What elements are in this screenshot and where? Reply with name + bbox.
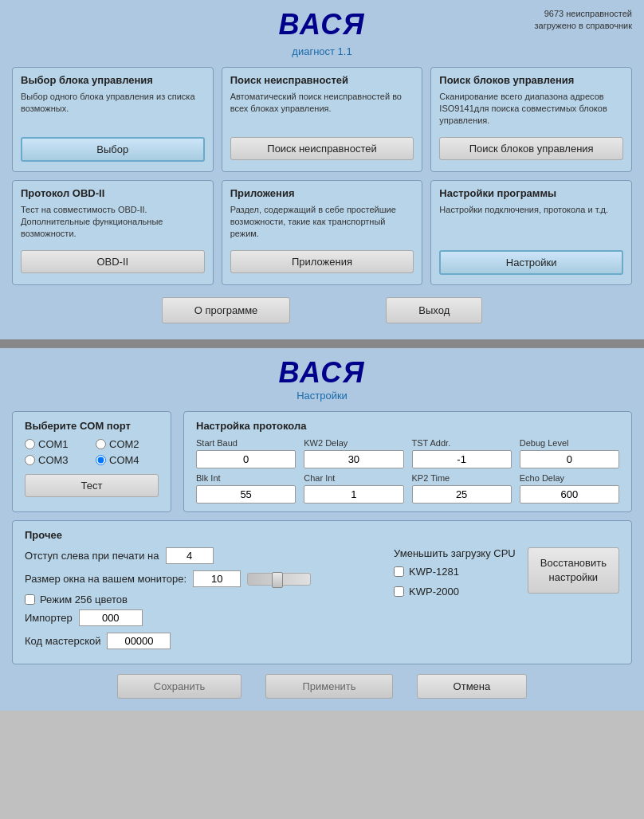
blk-int-input[interactable]: [196, 485, 296, 504]
cpu-label: Уменьшить загрузку CPU: [394, 547, 516, 559]
card-prilojeniya-title: Приложения: [230, 187, 414, 199]
prilojeniya-button[interactable]: Приложения: [230, 250, 414, 273]
card-poisk-neisprav-desc: Автоматический поиск неисправностей во в…: [230, 91, 414, 129]
start-baud-input[interactable]: [196, 450, 296, 468]
cards-grid: Выбор блока управления Выбор одного блок…: [12, 67, 632, 285]
restore-button[interactable]: Восстановитьнастройки: [528, 547, 619, 594]
importer-input[interactable]: [79, 609, 143, 626]
card-nastroyki-desc: Настройки подключения, протокола и т.д.: [439, 204, 623, 242]
separator: [0, 342, 644, 348]
card-nastroyki: Настройки программы Настройки подключени…: [430, 180, 632, 285]
master-code-row: Код мастерской: [25, 633, 382, 649]
debug-level-input[interactable]: [520, 450, 619, 468]
blk-int-field: Blk Int: [196, 473, 296, 504]
kp2-time-field: KP2 Time: [412, 473, 512, 504]
kwp2000-row: KWP-2000: [394, 586, 516, 598]
cancel-button[interactable]: Отмена: [417, 674, 528, 699]
poisk-blokov-button[interactable]: Поиск блоков управления: [439, 137, 623, 160]
kp2-time-input[interactable]: [412, 485, 512, 504]
card-poisk-neisprav-title: Поиск неисправностей: [230, 74, 414, 86]
tst-addr-label: TST Addr.: [412, 438, 512, 448]
master-code-label: Код мастерской: [25, 635, 100, 647]
com1-radio[interactable]: [25, 439, 35, 449]
card-vybor: Выбор блока управления Выбор одного блок…: [12, 67, 214, 172]
com4-radio[interactable]: [96, 455, 106, 465]
debug-level-field: Debug Level: [520, 438, 619, 468]
settings-title: ВАСЯ: [12, 356, 632, 390]
top-panel: ВАСЯ 9673 неисправностей загружено в спр…: [0, 0, 644, 342]
poisk-neisprav-button[interactable]: Поиск неисправностей: [230, 137, 414, 160]
misc-right: Уменьшить загрузку CPU KWP-1281 KWP-2000…: [394, 547, 619, 656]
left-indent-input[interactable]: [166, 547, 214, 564]
card-poisk-neisprav: Поиск неисправностей Автоматический поис…: [222, 67, 423, 172]
kwp2000-label: KWP-2000: [409, 586, 459, 598]
vybor-button[interactable]: Выбор: [21, 137, 205, 162]
com-section-label: Выберите COM порт: [25, 420, 159, 432]
card-obd2: Протокол OBD-II Тест на совместимость OB…: [12, 180, 214, 285]
echo-delay-input[interactable]: [520, 485, 619, 504]
char-int-field: Char Int: [304, 473, 403, 504]
misc-section-label: Прочее: [25, 529, 619, 541]
settings-panel: ВАСЯ Настройки Выберите COM порт COM1 CO…: [0, 348, 644, 711]
info-line2: загружено в справочник: [535, 21, 632, 30]
blk-int-label: Blk Int: [196, 473, 296, 483]
kwp1281-checkbox[interactable]: [394, 566, 404, 577]
exit-button[interactable]: Выход: [386, 297, 482, 323]
card-poisk-blokov-title: Поиск блоков управления: [439, 74, 623, 86]
obd2-button[interactable]: OBD-II: [21, 250, 205, 273]
test-button[interactable]: Тест: [25, 474, 159, 497]
debug-level-label: Debug Level: [520, 438, 619, 448]
char-int-input[interactable]: [304, 485, 403, 504]
com3-radio[interactable]: [25, 455, 35, 465]
save-button[interactable]: Сохранить: [117, 674, 242, 699]
card-vybor-desc: Выбор одного блока управления из списка …: [21, 91, 205, 129]
card-poisk-blokov-desc: Сканирование всего диапазона адресов ISO…: [439, 91, 623, 129]
card-poisk-blokov: Поиск блоков управления Сканирование все…: [430, 67, 632, 172]
misc-inner: Отступ слева при печати на Размер окна н…: [25, 547, 619, 656]
misc-left: Отступ слева при печати на Размер окна н…: [25, 547, 382, 656]
left-indent-row: Отступ слева при печати на: [25, 547, 382, 564]
com2-radio[interactable]: [96, 439, 106, 449]
start-baud-label: Start Baud: [196, 438, 296, 448]
kwp1281-label: KWP-1281: [409, 566, 459, 578]
nastroyki-button[interactable]: Настройки: [439, 250, 623, 275]
card-prilojeniya: Приложения Раздел, содержащий в себе про…: [222, 180, 423, 285]
com1-radio-label[interactable]: COM1: [25, 438, 88, 450]
com-port-section: Выберите COM порт COM1 COM2 COM3 COM4 Те…: [12, 411, 171, 512]
color256-label: Режим 256 цветов: [40, 594, 128, 605]
com4-radio-label[interactable]: COM4: [96, 454, 159, 466]
top-info: 9673 неисправностей загружено в справочн…: [535, 8, 632, 33]
card-prilojeniya-desc: Раздел, содержащий в себе простейшие воз…: [230, 204, 414, 242]
com2-radio-label[interactable]: COM2: [96, 438, 159, 450]
com3-radio-label[interactable]: COM3: [25, 454, 88, 466]
tst-addr-input[interactable]: [412, 450, 512, 468]
kwp1281-row: KWP-1281: [394, 566, 516, 578]
screen-size-input[interactable]: [193, 570, 241, 587]
kp2-time-label: KP2 Time: [412, 473, 512, 483]
apply-button[interactable]: Применить: [265, 674, 392, 699]
top-header: ВАСЯ 9673 неисправностей загружено в спр…: [12, 8, 632, 41]
settings-footer: Сохранить Применить Отмена: [12, 674, 632, 699]
settings-subtitle: Настройки: [12, 390, 632, 402]
kwp2000-checkbox[interactable]: [394, 586, 404, 597]
info-line1: 9673 неисправностей: [544, 9, 632, 18]
echo-delay-label: Echo Delay: [520, 473, 619, 483]
protocol-section: Настройка протокола Start Baud KW2 Delay…: [183, 411, 632, 512]
color256-checkbox[interactable]: [25, 594, 35, 605]
settings-header: ВАСЯ Настройки: [12, 356, 632, 402]
cpu-section: Уменьшить загрузку CPU KWP-1281 KWP-2000: [394, 547, 516, 656]
slider-thumb: [272, 572, 283, 588]
kw2-delay-field: KW2 Delay: [304, 438, 403, 468]
misc-section: Прочее Отступ слева при печати на Размер…: [12, 520, 632, 664]
screen-size-label: Размер окна на вашем мониторе:: [25, 573, 187, 585]
master-code-input[interactable]: [107, 633, 171, 649]
kw2-delay-label: KW2 Delay: [304, 438, 403, 448]
about-button[interactable]: О программе: [162, 297, 291, 323]
start-baud-field: Start Baud: [196, 438, 296, 468]
char-int-label: Char Int: [304, 473, 403, 483]
importer-label: Импортер: [25, 612, 73, 624]
screen-size-slider[interactable]: [247, 573, 311, 586]
kw2-delay-input[interactable]: [304, 450, 403, 468]
screen-size-row: Размер окна на вашем мониторе:: [25, 570, 382, 587]
importer-row: Импортер: [25, 609, 382, 626]
